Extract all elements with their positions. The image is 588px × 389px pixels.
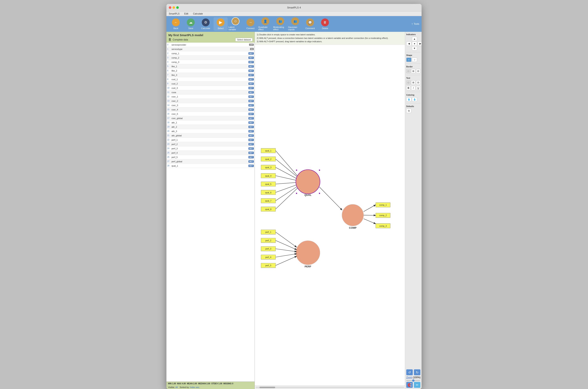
indicator-left-btn[interactable]: ◀ [406, 41, 411, 46]
pen-btn[interactable]: ✏ [414, 382, 420, 388]
border-add-btn[interactable]: ⊞ [411, 69, 416, 73]
tool-select[interactable]: ▶ Select [214, 17, 228, 31]
list-item[interactable]: 26 perf_5 MET [167, 155, 254, 159]
text-add-btn[interactable]: ⊞ [411, 80, 416, 85]
traffic-lights [169, 6, 179, 9]
scroll-bar-bottom[interactable] [255, 386, 405, 389]
diagram-svg[interactable]: qual_1 qual_2 qual_3 qual_4 qual_5 qual_ [255, 45, 405, 386]
shape-rect-btn[interactable]: ▪ [406, 58, 411, 62]
list-item[interactable]: 12 csor_1 MET [167, 95, 254, 99]
text-bold-btn[interactable]: B [406, 86, 411, 90]
defaults-copy-btn[interactable]: ⧉ [406, 109, 411, 113]
tool-latent[interactable]: ○ Latent variable [228, 17, 243, 31]
list-item[interactable]: 20 attr_3 MET [167, 129, 254, 133]
zoom-label[interactable]: Zoom [406, 376, 412, 379]
connect-icon: → [247, 18, 254, 26]
list-item[interactable]: 25 perf_4 MET [167, 151, 254, 155]
tool-connect[interactable]: → Connect [243, 17, 257, 31]
visible-all-link[interactable]: All [175, 386, 178, 389]
var-index: 18 [167, 121, 171, 124]
indicator-up-btn[interactable]: ▲ [412, 37, 417, 41]
menu-calculate[interactable]: Calculate [192, 12, 203, 16]
text-remove-btn[interactable]: ⊟ [416, 80, 420, 85]
list-item[interactable]: 0 serviceprovider CAT [167, 43, 254, 47]
var-badge: MET [249, 121, 254, 124]
list-item[interactable]: 6 like_2 MET [167, 68, 254, 73]
indicator-down-btn[interactable]: ▼ [412, 46, 417, 51]
var-index: 28 [167, 165, 171, 167]
list-item[interactable]: 24 perf_3 MET [167, 146, 254, 151]
var-name: like_1 [171, 65, 249, 67]
list-item[interactable]: 21 attr_global MET [167, 133, 254, 138]
indicator-right-btn[interactable]: ▶ [418, 41, 421, 46]
var-name: attr_2 [171, 126, 249, 128]
var-badge: MET [249, 104, 254, 106]
tool-save[interactable]: ☁ Save [184, 17, 198, 31]
undo-btn[interactable]: ↺ [406, 369, 413, 375]
text-color-btn[interactable]: □ [406, 80, 411, 85]
list-item[interactable]: 8 cusl_1 MET [167, 77, 254, 82]
minimize-button[interactable] [172, 6, 175, 9]
magnet-btn[interactable]: 🧲 [406, 382, 413, 388]
list-item[interactable]: 3 comp_2 MET [167, 56, 254, 60]
sorted-by-link[interactable]: Index asc. [190, 386, 200, 389]
list-item[interactable]: 11 cusa MET [167, 90, 254, 95]
list-item[interactable]: 4 comp_3 MET [167, 60, 254, 64]
list-item[interactable]: 28 qual_1 MET [167, 164, 254, 168]
menu-smartpls[interactable]: SmartPLS [168, 12, 180, 16]
list-item[interactable]: 18 attr_1 MET [167, 120, 254, 125]
tool-moderating[interactable]: 👥 Moderating effect [273, 17, 287, 31]
var-badge: MET [249, 100, 254, 102]
list-item[interactable]: 23 perf_2 MET [167, 142, 254, 146]
tool-comment[interactable]: 💬 Comment [303, 17, 317, 31]
tool-back[interactable]: ← Back [169, 17, 183, 31]
svg-text:PERF: PERF [305, 265, 311, 268]
color-fill-btn[interactable]: 💧 [406, 97, 411, 101]
shape-circle-btn[interactable]: ○ [412, 58, 417, 62]
color-stroke-btn[interactable]: 💧 [412, 97, 417, 101]
border-remove-btn[interactable]: ⊟ [416, 69, 420, 73]
redo-btn[interactable]: ↻ [414, 369, 420, 375]
fullscreen-button[interactable] [176, 6, 179, 9]
canvas-viewport[interactable]: qual_1 qual_2 qual_3 qual_4 qual_5 qual_ [255, 45, 405, 386]
tool-delete[interactable]: 🗑 Delete [318, 17, 332, 31]
var-index: 27 [167, 160, 171, 162]
zoom-slider-track[interactable] [406, 380, 420, 381]
list-item[interactable]: 5 like_1 MET [167, 64, 254, 68]
svg-line-55 [276, 249, 296, 252]
var-index: 20 [167, 130, 171, 132]
list-item[interactable]: 15 csor_4 MET [167, 107, 254, 112]
svg-text:comp_3: comp_3 [379, 225, 387, 227]
tool-gaussian[interactable]: 👥 Gaussian copula [288, 17, 302, 31]
list-item[interactable]: 27 perf_global MET [167, 159, 254, 164]
indicator-center-btn[interactable]: ● [412, 41, 417, 46]
svg-text:qual_4: qual_4 [265, 174, 271, 177]
text-italic-btn[interactable]: I [411, 86, 416, 90]
list-item[interactable]: 22 perf_1 MET [167, 138, 254, 142]
list-item[interactable]: 10 cusl_3 MET [167, 86, 254, 90]
select-dataset-button[interactable]: Select dataset [235, 38, 252, 41]
variable-list: 0 serviceprovider CAT 1 servicetype 0|1 … [167, 43, 254, 382]
list-item[interactable]: 17 csor_global MET [167, 116, 254, 120]
canvas-area[interactable]: 1) Double-click in empty space to create… [255, 32, 405, 389]
zoom-slider-thumb[interactable] [412, 379, 415, 382]
tool-quadratic[interactable]: 👤 Quadratic effect [258, 17, 272, 31]
tool-calculate[interactable]: ⚙ Calculate [199, 17, 213, 31]
close-button[interactable] [169, 6, 171, 9]
list-item[interactable]: 7 like_3 MET [167, 73, 254, 77]
list-item[interactable]: 16 csor_5 MET [167, 112, 254, 116]
list-item[interactable]: 13 csor_2 MET [167, 99, 254, 103]
toolbar: ← Back ☁ Save ⚙ Calculate ▶ Select ○ Lat… [167, 16, 421, 32]
scroll-thumb[interactable] [259, 387, 275, 388]
text-controls-row1: □ ⊞ ⊟ [406, 80, 420, 85]
list-item[interactable]: 2 comp_1 MET [167, 51, 254, 56]
border-color-btn[interactable]: □ [406, 69, 411, 73]
text-underline-btn[interactable]: U [416, 86, 420, 90]
list-item[interactable]: 1 servicetype 0|1 [167, 47, 254, 51]
list-item[interactable]: 14 csor_3 MET [167, 103, 254, 107]
list-item[interactable]: 19 attr_2 MET [167, 125, 254, 129]
menu-edit[interactable]: Edit [184, 12, 189, 16]
list-item[interactable]: 9 cusl_2 MET [167, 82, 254, 86]
var-badge: MET [249, 65, 254, 67]
var-index: 22 [167, 139, 171, 141]
